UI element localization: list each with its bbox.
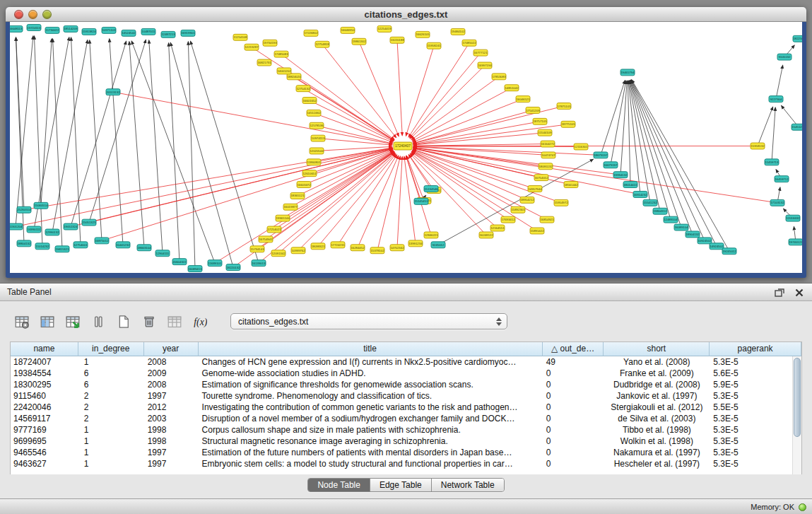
graph-node[interactable]: 15958241: [427, 42, 441, 49]
graph-node[interactable]: 17853083: [492, 74, 506, 80]
import-table-icon[interactable]: [62, 312, 83, 332]
graph-node[interactable]: 17485083: [274, 51, 288, 57]
graph-node[interactable]: 16648113: [10, 25, 23, 32]
graph-node[interactable]: 12016632: [786, 215, 800, 221]
graph-node[interactable]: 16626105: [416, 31, 430, 37]
graph-node[interactable]: 19484102: [451, 28, 465, 35]
graph-node[interactable]: 16164272: [541, 141, 555, 147]
graph-node[interactable]: 15891422: [530, 228, 544, 234]
new-column-icon[interactable]: [113, 312, 134, 332]
graph-node[interactable]: 18365121: [290, 192, 305, 199]
graph-node[interactable]: 18225013: [793, 35, 802, 42]
graph-node[interactable]: 16854921: [540, 216, 554, 223]
network-graph-svg[interactable]: 1882402012754132166016521451246212578536…: [10, 22, 802, 273]
graph-node[interactable]: 16603472: [297, 182, 311, 188]
graph-node[interactable]: 19724113: [27, 24, 41, 30]
graph-node[interactable]: 17875105: [557, 103, 571, 110]
graph-node[interactable]: 19994132: [613, 172, 628, 178]
graph-node[interactable]: 19740122: [789, 239, 802, 245]
graph-node[interactable]: 18679197: [594, 152, 608, 158]
graph-node[interactable]: 16601652: [302, 98, 317, 104]
graph-node[interactable]: 15954972: [554, 199, 568, 206]
rows-icon[interactable]: [88, 312, 109, 332]
graph-node[interactable]: 16019877: [283, 204, 298, 210]
graph-node[interactable]: 12754001: [73, 242, 88, 248]
graph-node[interactable]: 18775105: [561, 121, 575, 127]
graph-node[interactable]: 18095132: [539, 163, 553, 170]
graph-node[interactable]: 15541232: [643, 199, 657, 206]
graph-node[interactable]: 12754132: [296, 86, 310, 92]
graph-node[interactable]: 18014422: [623, 182, 637, 188]
tab-node-table[interactable]: Node Table: [308, 479, 370, 491]
table-row[interactable]: 977716911998Corpus callosum shape and si…: [11, 424, 801, 436]
table-select[interactable]: citations_edges.txt: [230, 313, 507, 329]
graph-node[interactable]: 10474747: [541, 152, 555, 158]
tab-edge-table[interactable]: Edge Table: [370, 479, 432, 491]
graph-node[interactable]: 12487213: [161, 31, 175, 37]
graph-node[interactable]: 10487011: [141, 28, 155, 35]
graph-node[interactable]: 19815321: [55, 246, 69, 252]
column-header-in_degree[interactable]: in_degree: [78, 342, 144, 356]
graph-node[interactable]: 14924502: [710, 243, 724, 250]
tab-network-table[interactable]: Network Table: [432, 479, 504, 491]
graph-node[interactable]: 19734193: [263, 40, 277, 46]
graph-node[interactable]: 18098321: [311, 243, 325, 250]
graph-node[interactable]: 25260514: [17, 206, 31, 213]
graph-node[interactable]: 18220132: [226, 264, 240, 271]
graph-node[interactable]: 16046521: [516, 96, 530, 103]
graph-node[interactable]: 11544109: [538, 129, 552, 136]
function-builder-icon[interactable]: f(x): [189, 312, 211, 332]
graph-node[interactable]: 11254108: [233, 34, 247, 40]
graph-node[interactable]: 15060514: [34, 202, 48, 209]
graph-node[interactable]: 18757105: [533, 118, 547, 124]
graph-node[interactable]: 10975103: [102, 27, 116, 33]
scrollbar-thumb[interactable]: [794, 358, 801, 437]
table-mode-icon[interactable]: [11, 312, 33, 332]
graph-node[interactable]: 20604322: [172, 259, 187, 265]
graph-node[interactable]: 12116301: [574, 144, 588, 150]
table-row[interactable]: 969969511998Structural magnetic resonanc…: [11, 436, 801, 447]
graph-node[interactable]: 17103132: [770, 199, 784, 206]
graph-node[interactable]: 11860801: [307, 159, 321, 165]
graph-node[interactable]: 11734422: [45, 27, 59, 33]
graph-node[interactable]: 18663104: [137, 245, 151, 251]
graph-node[interactable]: 12578536: [310, 122, 324, 129]
graph-node[interactable]: 16990111: [27, 226, 41, 233]
graph-node[interactable]: 15734143: [250, 246, 264, 252]
column-header-year[interactable]: year: [144, 342, 199, 356]
graph-node[interactable]: 11014232: [35, 243, 49, 250]
table-row[interactable]: 1938455462009Genome-wide association stu…: [11, 368, 801, 379]
graph-node[interactable]: 16248122: [479, 232, 493, 238]
graph-node[interactable]: 19465794: [620, 69, 635, 76]
close-button[interactable]: [14, 10, 23, 19]
graph-node[interactable]: 19804312: [653, 208, 667, 214]
graph-node[interactable]: 16089104: [674, 224, 688, 230]
graph-node[interactable]: 10924502: [698, 238, 712, 244]
graph-node[interactable]: 12489104: [664, 216, 678, 223]
graph-node[interactable]: 19051324: [64, 223, 78, 230]
delete-table-icon[interactable]: [164, 312, 185, 332]
graph-node[interactable]: 19965144: [276, 215, 290, 221]
graph-node[interactable]: 12219287: [245, 44, 259, 50]
graph-node[interactable]: 18561442: [564, 182, 578, 188]
graph-node[interactable]: 12904111: [155, 250, 170, 257]
graph-node[interactable]: 18804132: [17, 240, 31, 247]
graph-node[interactable]: 13220188: [390, 37, 404, 43]
graph-node[interactable]: 12020544: [310, 148, 324, 154]
graph-node[interactable]: 20513132: [106, 89, 120, 95]
graph-node[interactable]: 16875012: [95, 238, 109, 244]
column-header-pagerank[interactable]: pagerank: [710, 342, 801, 356]
graph-node[interactable]: 15378102: [370, 247, 384, 254]
graph-node[interactable]: 18904132: [686, 231, 700, 238]
graph-node[interactable]: 10999762: [291, 247, 305, 254]
graph-node[interactable]: 15051325: [82, 219, 96, 226]
graph-node[interactable]: 9227304: [769, 96, 783, 103]
graph-node[interactable]: 12610651: [302, 170, 317, 177]
graph-node[interactable]: 17226802: [304, 30, 318, 36]
graph-node[interactable]: 14524542: [122, 30, 136, 36]
graph-node[interactable]: 19861302: [352, 38, 366, 45]
graph-node[interactable]: 12164551: [490, 225, 505, 231]
graph-node[interactable]: 11301204: [10, 223, 23, 230]
graph-node[interactable]: 16754012: [534, 175, 548, 181]
column-header-name[interactable]: name: [11, 342, 78, 356]
